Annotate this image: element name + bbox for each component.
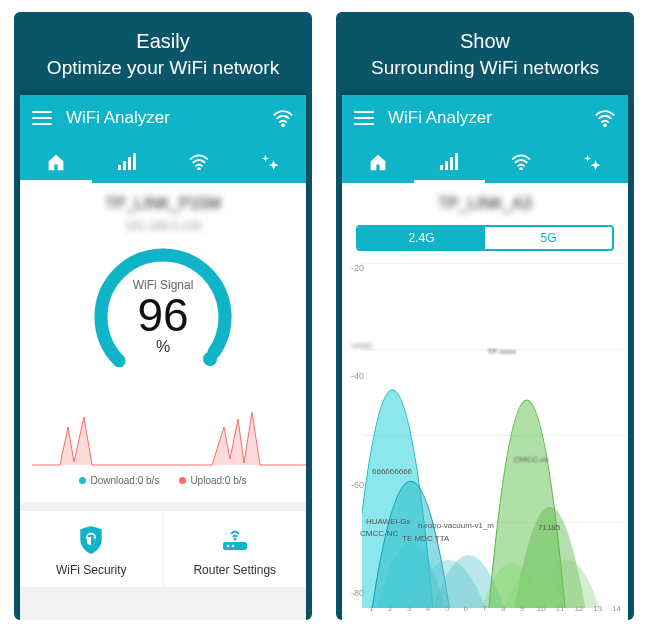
sparkle-icon [260, 153, 280, 171]
wifi-tab-icon [188, 154, 210, 170]
svg-rect-4 [133, 153, 136, 170]
legend-upload: Upload:0 b/s [179, 475, 246, 486]
svg-rect-2 [123, 161, 126, 170]
svg-point-13 [231, 545, 234, 548]
band-5g-button[interactable]: 5G [485, 227, 612, 249]
wifi-tab-icon [510, 154, 532, 170]
phone-frame-left: WiFi Analyzer TP_LI [20, 95, 306, 620]
svg-rect-17 [450, 157, 453, 170]
tab-tools[interactable] [557, 141, 629, 183]
ssid-text: TP_LINK_P15M [28, 195, 298, 213]
bars-icon [439, 153, 459, 171]
ssid-card: TP_LINK_P15M 192.168.0.100 WiFi Signal [20, 183, 306, 502]
wifi-icon [272, 109, 294, 127]
net-label: 71185 [538, 523, 560, 532]
router-icon [220, 525, 250, 555]
promo-panel-right: Show Surrounding WiFi networks WiFi Anal… [336, 12, 634, 620]
ssid-card: TP_LINK_A3 [342, 183, 628, 219]
promo-line1: Easily [22, 30, 304, 53]
band-toggle: 2.4G 5G [356, 225, 614, 251]
tab-bar [20, 141, 306, 183]
wifi-security-label: WiFi Security [56, 563, 127, 577]
net-label: HUAWEI-Gx [366, 517, 411, 526]
channel-chart: -20 -40 -60 -80 [342, 259, 628, 620]
svg-rect-15 [440, 165, 443, 170]
tab-home[interactable] [20, 141, 92, 183]
menu-icon[interactable] [354, 111, 374, 125]
promo-text: Show Surrounding WiFi networks [336, 12, 634, 95]
phone-frame-right: WiFi Analyzer TP_LI [342, 95, 628, 620]
menu-icon[interactable] [32, 111, 52, 125]
svg-rect-18 [455, 153, 458, 170]
legend-download: Download:0 b/s [79, 475, 159, 486]
svg-point-10 [233, 538, 236, 541]
net-label: TP-xxxx [487, 347, 516, 356]
promo-line1: Show [344, 30, 626, 53]
svg-rect-3 [128, 157, 131, 170]
router-settings-label: Router Settings [193, 563, 276, 577]
promo-panel-left: Easily Optimize your WiFi network WiFi A… [14, 12, 312, 620]
home-icon [46, 153, 66, 171]
traffic-sparkline [28, 397, 306, 467]
signal-gauge: WiFi Signal 96 % [83, 237, 243, 397]
tab-home[interactable] [342, 141, 414, 183]
app-titlebar: WiFi Analyzer [342, 95, 628, 141]
svg-rect-16 [445, 161, 448, 170]
net-label: TE MDC TTA [402, 534, 449, 543]
channel-curves [362, 263, 626, 608]
ssid-sub: 192.168.0.100 [28, 219, 298, 233]
net-label: xxxxx [352, 341, 372, 350]
tab-tools[interactable] [235, 141, 307, 183]
promo-text: Easily Optimize your WiFi network [14, 12, 312, 95]
promo-line2: Optimize your WiFi network [22, 57, 304, 79]
shield-icon [76, 525, 106, 555]
action-row: WiFi Security Router Settings [20, 510, 306, 587]
traffic-legend: Download:0 b/s Upload:0 b/s [28, 471, 298, 494]
app-titlebar: WiFi Analyzer [20, 95, 306, 141]
svg-point-14 [604, 124, 606, 126]
wifi-icon [594, 109, 616, 127]
net-label: n-robo-vacuum-v1_m [418, 521, 494, 530]
net-label: CMCC-xx [514, 455, 549, 464]
home-icon [368, 153, 388, 171]
net-label: 666666666 [372, 467, 412, 476]
screen-home: TP_LINK_P15M 192.168.0.100 WiFi Signal [20, 183, 306, 620]
tab-signal[interactable] [92, 141, 164, 183]
gauge-percent: % [156, 338, 170, 356]
svg-point-12 [226, 545, 229, 548]
tab-wifi[interactable] [485, 141, 557, 183]
router-settings-button[interactable]: Router Settings [163, 511, 307, 587]
app-title: WiFi Analyzer [388, 108, 594, 128]
gauge-value: 96 [137, 292, 188, 338]
ssid-text: TP_LINK_A3 [350, 195, 620, 213]
promo-line2: Surrounding WiFi networks [344, 57, 626, 79]
tab-signal[interactable] [414, 141, 486, 183]
x-axis: 1234567891011121314 [362, 604, 626, 620]
svg-rect-1 [118, 165, 121, 170]
tab-wifi[interactable] [163, 141, 235, 183]
svg-point-0 [282, 124, 284, 126]
svg-rect-11 [223, 542, 247, 550]
wifi-security-button[interactable]: WiFi Security [20, 511, 163, 587]
svg-point-5 [198, 168, 200, 170]
sparkle-icon [582, 153, 602, 171]
screen-channels: TP_LINK_A3 2.4G 5G -20 -40 -60 -80 [342, 183, 628, 620]
app-title: WiFi Analyzer [66, 108, 272, 128]
net-label: CMCC-NC [360, 529, 398, 538]
svg-point-19 [520, 168, 522, 170]
band-24g-button[interactable]: 2.4G [358, 227, 485, 249]
bars-icon [117, 153, 137, 171]
tab-bar [342, 141, 628, 183]
